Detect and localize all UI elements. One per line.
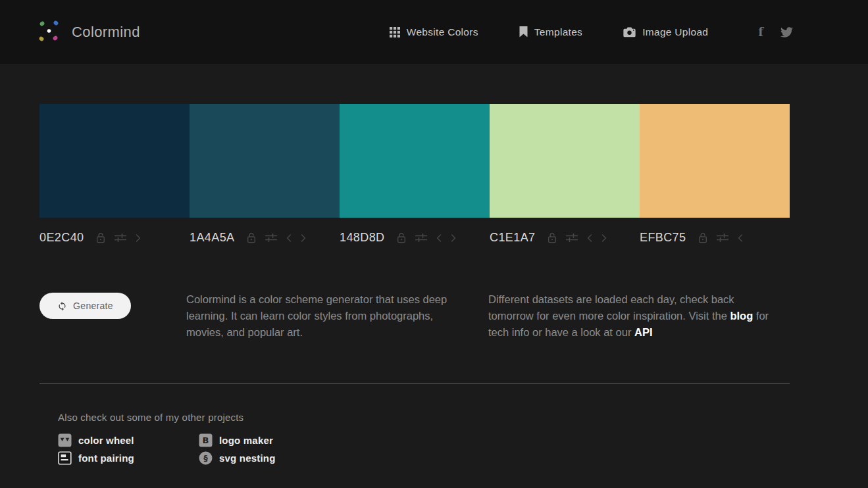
chevron-right-icon[interactable] [601,234,607,242]
project-label: color wheel [78,435,134,446]
chevron-left-icon[interactable] [436,234,442,242]
color-swatch-5[interactable] [640,104,790,218]
chevron-right-icon[interactable] [451,234,456,242]
refresh-icon [57,301,67,311]
swatch-controls-3: 148D8D [340,218,490,247]
link-logo-maker[interactable]: B logo maker [199,433,790,447]
swatch-controls-2: 1A4A5A [190,218,340,247]
swatch-controls-row: 0E2C40 1A4A5A [39,218,790,247]
chevron-left-icon[interactable] [587,234,592,242]
colormind-logo-icon [36,19,64,45]
lock-icon[interactable] [96,232,105,243]
adjust-sliders-icon[interactable] [717,233,728,243]
link-svg-nesting[interactable]: § svg nesting [199,451,790,465]
logo-text: Colormind [72,24,140,41]
color-swatch-1[interactable] [39,104,190,218]
description-text: Different datasets are loaded each day, … [488,293,734,322]
grid-icon [390,27,400,37]
swatch-controls-1: 0E2C40 [39,218,190,247]
bookmark-icon [519,26,528,37]
swatch-controls-5: EFBC75 [640,218,790,247]
nav-label: Image Upload [642,26,708,38]
description-paragraph-2: Different datasets are loaded each day, … [488,291,770,341]
color-swatch-2[interactable] [190,104,340,218]
main-nav: Website Colors Templates Image Upload [390,26,708,38]
content-row: Generate Colormind is a color scheme gen… [39,291,790,343]
generate-button-label: Generate [73,301,113,311]
link-font-pairing[interactable]: font pairing [58,451,199,465]
hex-value[interactable]: 1A4A5A [190,231,234,245]
chevron-right-icon[interactable] [136,234,141,242]
hex-value[interactable]: 148D8D [340,231,384,245]
other-projects-section: Also check out some of my other projects… [39,412,790,465]
main-content: 0E2C40 1A4A5A [39,104,790,465]
adjust-sliders-icon[interactable] [566,233,578,243]
svg-nesting-icon: § [199,451,213,465]
hex-value[interactable]: 0E2C40 [39,231,84,245]
hex-value[interactable]: EFBC75 [640,231,686,245]
twitter-icon[interactable] [780,27,793,37]
api-link[interactable]: API [634,326,653,338]
header: Colormind Website Colors Templates [0,0,868,64]
project-label: svg nesting [219,452,276,464]
nav-templates[interactable]: Templates [519,26,582,38]
adjust-sliders-icon[interactable] [265,233,277,243]
hex-value[interactable]: C1E1A7 [490,231,535,245]
chevron-right-icon[interactable] [301,234,306,242]
project-links: color wheel B logo maker [58,433,790,465]
lock-icon[interactable] [247,232,256,243]
camera-icon [623,27,636,37]
svg-text:§: § [203,453,208,463]
swatch-controls-4: C1E1A7 [490,218,640,247]
nav-website-colors[interactable]: Website Colors [390,26,478,38]
social-links: f [758,26,793,38]
nav-image-upload[interactable]: Image Upload [623,26,708,38]
lock-icon[interactable] [397,232,406,243]
chevron-left-icon[interactable] [738,234,743,242]
project-label: logo maker [219,435,273,446]
lock-icon[interactable] [698,232,707,243]
nav-label: Website Colors [407,26,478,38]
adjust-sliders-icon[interactable] [115,233,126,243]
color-swatch-3[interactable] [340,104,490,218]
facebook-icon[interactable]: f [758,26,763,38]
divider [39,383,790,384]
generate-button[interactable]: Generate [39,293,131,319]
project-label: font pairing [78,452,134,464]
blog-link[interactable]: blog [730,310,753,322]
chevron-left-icon[interactable] [286,234,292,242]
adjust-sliders-icon[interactable] [415,233,427,243]
link-color-wheel[interactable]: color wheel [58,433,199,447]
color-palette [39,104,790,218]
color-wheel-icon [58,433,72,447]
logo-maker-icon: B [199,433,213,447]
lock-icon[interactable] [548,232,557,243]
logo[interactable]: Colormind [36,19,140,45]
font-pairing-icon [58,451,72,465]
nav-label: Templates [534,26,582,38]
svg-text:B: B [202,435,209,445]
other-projects-heading: Also check out some of my other projects [58,412,790,423]
color-swatch-4[interactable] [490,104,640,218]
description-paragraph-1: Colormind is a color scheme generator th… [186,291,468,341]
